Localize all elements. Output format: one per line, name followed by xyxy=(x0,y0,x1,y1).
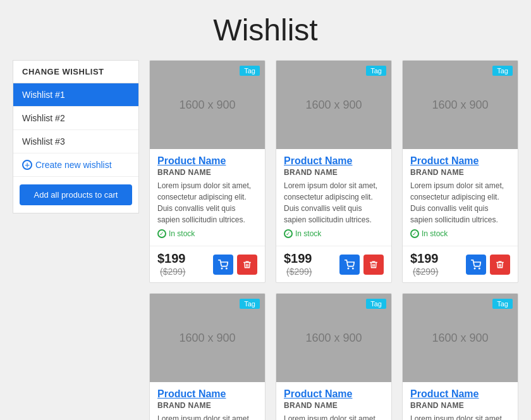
product-image-wrap: 1600 x 900 Tag xyxy=(150,61,265,149)
image-dimensions-label: 1600 x 900 xyxy=(179,99,235,112)
image-dimensions-label: 1600 x 900 xyxy=(432,99,488,112)
products-grid: 1600 x 900 Tag Product Name BRAND NAME L… xyxy=(149,60,518,420)
product-info: Product Name BRAND NAME Lorem ipsum dolo… xyxy=(403,149,518,246)
product-description: Lorem ipsum dolor sit amet, consectetur … xyxy=(157,180,257,225)
in-stock-label: In stock xyxy=(169,229,195,238)
stock-check-icon: ✓ xyxy=(157,229,166,238)
price-section: $199 ($299) xyxy=(157,251,213,277)
brand-name: BRAND NAME xyxy=(284,168,384,177)
add-all-products-button[interactable]: Add all products to cart xyxy=(20,184,132,205)
product-image-wrap: 1600 x 900 Tag xyxy=(276,61,391,149)
old-price: ($299) xyxy=(286,267,312,277)
cart-icon xyxy=(218,260,228,270)
product-tag: Tag xyxy=(240,66,260,76)
brand-name: BRAND NAME xyxy=(157,401,257,410)
sidebar-item-wishlist-1[interactable]: Wishlist #1 xyxy=(13,83,138,107)
image-dimensions-label: 1600 x 900 xyxy=(179,332,235,345)
current-price: $199 xyxy=(284,251,312,265)
product-tag: Tag xyxy=(492,299,513,309)
trash-icon xyxy=(369,260,378,269)
svg-point-1 xyxy=(226,268,227,268)
stock-status: ✓ In stock xyxy=(410,229,510,238)
stock-status: ✓ In stock xyxy=(157,229,257,238)
image-dimensions-label: 1600 x 900 xyxy=(305,332,362,345)
product-image-wrap: 1600 x 900 Tag xyxy=(150,294,265,382)
product-name-link[interactable]: Product Name xyxy=(284,155,352,167)
product-tag: Tag xyxy=(366,299,386,309)
svg-point-0 xyxy=(221,268,222,268)
trash-icon xyxy=(243,260,252,269)
current-price: $199 xyxy=(157,251,186,265)
product-card: 1600 x 900 Tag Product Name BRAND NAME L… xyxy=(276,60,392,283)
stock-check-icon: ✓ xyxy=(410,229,419,238)
price-actions xyxy=(466,255,510,275)
price-actions xyxy=(213,255,257,275)
product-name-link[interactable]: Product Name xyxy=(157,155,226,167)
remove-button[interactable] xyxy=(363,255,384,275)
image-dimensions-label: 1600 x 900 xyxy=(432,332,488,345)
remove-button[interactable] xyxy=(237,255,257,275)
product-name-link[interactable]: Product Name xyxy=(410,155,479,167)
price-actions xyxy=(339,255,384,275)
product-card: 1600 x 900 Tag Product Name BRAND NAME L… xyxy=(402,293,518,420)
stock-check-icon: ✓ xyxy=(284,229,293,238)
price-row: $199 ($299) xyxy=(276,246,391,282)
product-info: Product Name BRAND NAME Lorem ipsum dolo… xyxy=(403,382,518,420)
product-image-wrap: 1600 x 900 Tag xyxy=(403,294,518,382)
brand-name: BRAND NAME xyxy=(157,168,257,177)
sidebar-item-wishlist-3[interactable]: Wishlist #3 xyxy=(13,130,138,153)
product-info: Product Name BRAND NAME Lorem ipsum dolo… xyxy=(276,149,391,246)
add-to-cart-button[interactable] xyxy=(466,255,486,275)
product-name-link[interactable]: Product Name xyxy=(284,388,352,400)
brand-name: BRAND NAME xyxy=(284,401,384,410)
product-description: Lorem ipsum dolor sit amet, consectetur … xyxy=(284,180,384,225)
main-layout: CHANGE WISHLIST Wishlist #1 Wishlist #2 … xyxy=(0,60,531,420)
image-dimensions-label: 1600 x 900 xyxy=(305,99,362,112)
add-to-cart-button[interactable] xyxy=(213,255,233,275)
svg-point-3 xyxy=(353,268,353,268)
product-description: Lorem ipsum dolor sit amet, consectetur … xyxy=(410,413,510,420)
product-name-link[interactable]: Product Name xyxy=(157,388,226,400)
cart-icon xyxy=(471,260,481,270)
stock-status: ✓ In stock xyxy=(284,229,384,238)
svg-point-4 xyxy=(474,268,475,268)
svg-point-5 xyxy=(479,268,480,268)
price-section: $199 ($299) xyxy=(410,251,466,277)
old-price: ($299) xyxy=(413,267,438,277)
brand-name: BRAND NAME xyxy=(410,168,510,177)
product-image-wrap: 1600 x 900 Tag xyxy=(403,61,518,149)
product-name-link[interactable]: Product Name xyxy=(410,388,479,400)
page-title: Wishlist xyxy=(0,0,531,60)
product-tag: Tag xyxy=(492,66,513,76)
product-info: Product Name BRAND NAME Lorem ipsum dolo… xyxy=(276,382,391,420)
product-card: 1600 x 900 Tag Product Name BRAND NAME L… xyxy=(402,60,518,283)
product-description: Lorem ipsum dolor sit amet, consectetur … xyxy=(410,180,510,225)
create-wishlist-link[interactable]: + Create new wishlist xyxy=(13,153,138,177)
in-stock-label: In stock xyxy=(295,229,321,238)
add-to-cart-button[interactable] xyxy=(339,255,360,275)
price-section: $199 ($299) xyxy=(284,251,339,277)
current-price: $199 xyxy=(410,251,439,265)
product-image-wrap: 1600 x 900 Tag xyxy=(276,294,391,382)
trash-icon xyxy=(496,260,504,269)
product-card: 1600 x 900 Tag Product Name BRAND NAME L… xyxy=(149,293,266,420)
price-row: $199 ($299) xyxy=(150,246,265,282)
remove-button[interactable] xyxy=(490,255,510,275)
cart-icon xyxy=(345,260,355,270)
create-wishlist-label: Create new wishlist xyxy=(35,160,112,170)
in-stock-label: In stock xyxy=(422,229,448,238)
product-card: 1600 x 900 Tag Product Name BRAND NAME L… xyxy=(276,293,392,420)
brand-name: BRAND NAME xyxy=(410,401,510,410)
old-price: ($299) xyxy=(160,267,185,277)
product-info: Product Name BRAND NAME Lorem ipsum dolo… xyxy=(150,149,265,246)
sidebar: CHANGE WISHLIST Wishlist #1 Wishlist #2 … xyxy=(13,60,139,213)
product-description: Lorem ipsum dolor sit amet, consectetur … xyxy=(157,413,257,420)
product-tag: Tag xyxy=(366,66,386,76)
sidebar-header: CHANGE WISHLIST xyxy=(13,61,138,83)
product-description: Lorem ipsum dolor sit amet, consectetur … xyxy=(284,413,384,420)
sidebar-item-wishlist-2[interactable]: Wishlist #2 xyxy=(13,107,138,130)
svg-point-2 xyxy=(348,268,348,268)
price-row: $199 ($299) xyxy=(403,246,518,282)
product-card: 1600 x 900 Tag Product Name BRAND NAME L… xyxy=(149,60,266,283)
plus-icon: + xyxy=(22,160,32,170)
